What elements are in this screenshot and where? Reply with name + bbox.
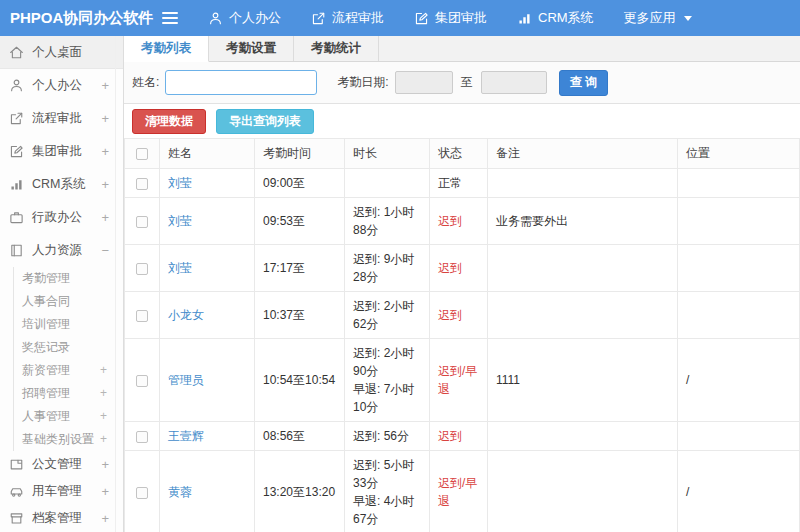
row-checkbox[interactable]	[136, 487, 148, 499]
name-cell: 管理员	[160, 339, 255, 422]
row-checkbox[interactable]	[136, 310, 148, 322]
row-checkbox[interactable]	[136, 216, 148, 228]
row-checkbox[interactable]	[136, 375, 148, 387]
search-button[interactable]: 查 询	[559, 70, 608, 96]
employee-name-link[interactable]: 小龙女	[168, 308, 204, 322]
employee-name-link[interactable]: 刘莹	[168, 176, 192, 190]
sidebar-item-9[interactable]: 用车管理+	[0, 478, 123, 505]
edit-icon	[414, 11, 429, 26]
sidebar-subitem-7[interactable]: 人事管理+	[14, 405, 123, 428]
duration-cell: 迟到: 2小时62分	[345, 292, 430, 339]
time-cell: 17:17至	[255, 245, 345, 292]
expand-plus-icon[interactable]: +	[101, 210, 109, 225]
location-cell	[678, 292, 800, 339]
date-from-input[interactable]	[395, 71, 453, 94]
expand-plus-icon[interactable]: +	[101, 111, 109, 126]
sidebar-item-8[interactable]: 公文管理+	[0, 451, 123, 478]
duration-cell: 迟到: 56分	[345, 422, 430, 451]
expand-plus-icon[interactable]: +	[101, 457, 109, 472]
tab-2[interactable]: 考勤设置	[209, 36, 294, 61]
duration-cell	[345, 169, 430, 198]
sidebar-subitem-3[interactable]: 培训管理	[14, 313, 123, 336]
table-row: 刘莹09:53至迟到: 1小时88分迟到业务需要外出	[125, 198, 800, 245]
expand-plus-icon[interactable]: +	[100, 428, 107, 451]
expand-plus-icon[interactable]: +	[101, 78, 109, 93]
briefcase-icon	[9, 210, 25, 225]
note-cell	[488, 169, 678, 198]
column-header: 位置	[678, 139, 800, 169]
sidebar-subitem-label: 基础类别设置	[22, 432, 94, 446]
sidebar-item-5[interactable]: CRM系统+	[0, 168, 123, 201]
employee-name-link[interactable]: 刘莹	[168, 261, 192, 275]
sidebar-item-2[interactable]: 个人办公+	[0, 69, 123, 102]
topnav-item-4[interactable]: CRM系统	[517, 9, 594, 27]
sidebar-subitem-8[interactable]: 基础类别设置+	[14, 428, 123, 451]
collapse-minus-icon[interactable]: −	[101, 243, 109, 258]
name-input[interactable]	[165, 70, 317, 95]
top-nav-menu: 个人办公流程审批集团审批CRM系统更多应用	[208, 9, 692, 27]
employee-name-link[interactable]: 刘莹	[168, 214, 192, 228]
expand-plus-icon[interactable]: +	[100, 382, 107, 405]
date-to-input[interactable]	[481, 71, 547, 94]
topnav-item-3[interactable]: 集团审批	[414, 9, 487, 27]
duration-cell: 迟到: 1小时88分	[345, 198, 430, 245]
employee-name-link[interactable]: 王壹辉	[168, 429, 204, 443]
book-icon	[9, 243, 25, 258]
sidebar-item-4[interactable]: 集团审批+	[0, 135, 123, 168]
note-cell	[488, 451, 678, 532]
note-cell	[488, 245, 678, 292]
table-row: 小龙女10:37至迟到: 2小时62分迟到	[125, 292, 800, 339]
row-checkbox[interactable]	[136, 431, 148, 443]
expand-plus-icon[interactable]: +	[100, 405, 107, 428]
name-cell: 刘莹	[160, 169, 255, 198]
sidebar-subitem-4[interactable]: 奖惩记录	[14, 336, 123, 359]
clean-data-button[interactable]: 清理数据	[132, 109, 206, 134]
sidebar-item-label: CRM系统	[32, 176, 85, 193]
topnav-item-2[interactable]: 流程审批	[311, 9, 384, 27]
menu-icon[interactable]	[162, 12, 178, 24]
expand-plus-icon[interactable]: +	[101, 484, 109, 499]
sidebar-subitem-1[interactable]: 考勤管理	[14, 267, 123, 290]
tab-1[interactable]: 考勤列表	[124, 36, 209, 62]
status-cell: 迟到	[430, 245, 488, 292]
sidebar-subitem-label: 考勤管理	[22, 271, 70, 285]
topnav-item-5[interactable]: 更多应用	[624, 9, 692, 27]
name-cell: 小龙女	[160, 292, 255, 339]
employee-name-link[interactable]: 黄蓉	[168, 485, 192, 499]
status-cell: 正常	[430, 169, 488, 198]
sidebar-item-10[interactable]: 档案管理+	[0, 505, 123, 532]
name-filter-label: 姓名:	[132, 74, 159, 91]
sidebar-item-3[interactable]: 流程审批+	[0, 102, 123, 135]
status-cell: 迟到	[430, 198, 488, 245]
edit-icon	[9, 144, 25, 159]
person-icon	[9, 78, 25, 93]
export-list-button[interactable]: 导出查询列表	[216, 109, 314, 134]
sidebar-subitem-6[interactable]: 招聘管理+	[14, 382, 123, 405]
sidebar-subitem-2[interactable]: 人事合同	[14, 290, 123, 313]
row-checkbox[interactable]	[136, 263, 148, 275]
expand-plus-icon[interactable]: +	[101, 177, 109, 192]
expand-plus-icon[interactable]: +	[100, 359, 107, 382]
expand-plus-icon[interactable]: +	[101, 144, 109, 159]
select-all-checkbox[interactable]	[136, 148, 148, 160]
name-cell: 刘莹	[160, 198, 255, 245]
table-row: 管理员10:54至10:54迟到: 2小时90分 早退: 7小时10分迟到/早退…	[125, 339, 800, 422]
sidebar-item-7[interactable]: 人力资源−	[0, 234, 123, 267]
expand-plus-icon[interactable]: +	[101, 511, 109, 526]
employee-name-link[interactable]: 管理员	[168, 373, 204, 387]
sidebar-item-1[interactable]: 个人桌面	[0, 36, 123, 69]
table-row: 刘莹09:00至正常	[125, 169, 800, 198]
topnav-item-1[interactable]: 个人办公	[208, 9, 281, 27]
duration-cell: 迟到: 2小时90分 早退: 7小时10分	[345, 339, 430, 422]
sidebar-item-label: 公文管理	[32, 456, 82, 473]
time-cell: 10:37至	[255, 292, 345, 339]
sidebar-subitem-5[interactable]: 薪资管理+	[14, 359, 123, 382]
top-navbar: PHPOA协同办公软件 个人办公流程审批集团审批CRM系统更多应用	[0, 0, 800, 36]
row-checkbox[interactable]	[136, 178, 148, 190]
status-cell: 迟到/早退	[430, 451, 488, 532]
column-header: 时长	[345, 139, 430, 169]
sidebar-item-label: 流程审批	[32, 110, 82, 127]
sidebar-item-6[interactable]: 行政办公+	[0, 201, 123, 234]
name-cell: 王壹辉	[160, 422, 255, 451]
tab-3[interactable]: 考勤统计	[294, 36, 379, 61]
